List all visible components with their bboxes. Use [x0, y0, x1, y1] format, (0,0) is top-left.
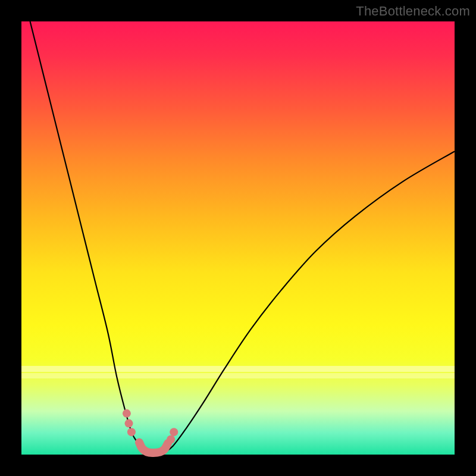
marker-dot [125, 419, 133, 428]
plot-area [21, 21, 455, 455]
marker-dot [127, 428, 136, 436]
bottom-worm [139, 443, 168, 453]
marker-dot [170, 428, 178, 436]
marker-dot [123, 409, 131, 418]
left-curve [30, 21, 148, 452]
curves-svg [21, 21, 455, 455]
marker-dot [167, 436, 175, 444]
watermark-label: TheBottleneck.com [356, 4, 470, 19]
right-curve [164, 151, 455, 452]
left-dots-group [123, 409, 136, 436]
chart-frame: TheBottleneck.com [0, 0, 476, 476]
